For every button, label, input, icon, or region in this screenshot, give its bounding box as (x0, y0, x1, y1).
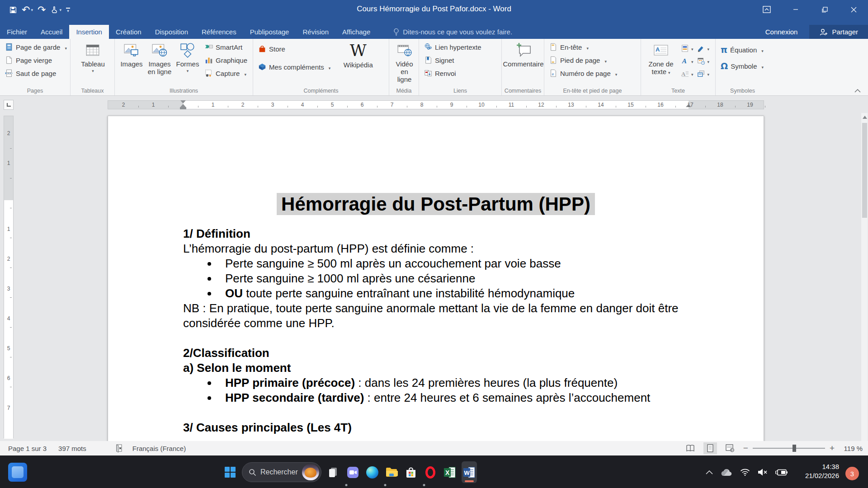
header-icon (549, 43, 557, 51)
vertical-ruler: 211234567 (4, 116, 14, 438)
en-tete-button[interactable]: En-tête (548, 41, 618, 53)
connexion-button[interactable]: Connexion (754, 28, 810, 36)
microsoft-store-button[interactable] (403, 461, 419, 483)
tab-revision[interactable]: Révision (296, 25, 335, 39)
clock[interactable]: 14:38 21/02/2026 (805, 462, 839, 480)
excel-button[interactable]: X (442, 461, 458, 483)
collapse-ribbon-button[interactable] (854, 89, 861, 93)
hidden-icons-chevron[interactable] (706, 470, 713, 474)
vertical-scrollbar[interactable] (861, 113, 868, 441)
left-indent-marker[interactable] (180, 107, 186, 109)
lettrine-button[interactable]: A (681, 68, 693, 79)
ruler-number: 5 (4, 345, 13, 352)
opera-browser-button[interactable] (423, 461, 438, 483)
scroll-up-arrow[interactable] (863, 116, 867, 119)
wifi-icon[interactable] (740, 469, 750, 476)
saut-de-page-button[interactable]: Saut de page (4, 67, 68, 79)
word-count[interactable]: 397 mots (58, 445, 86, 452)
task-view-button[interactable] (326, 461, 341, 483)
page-indicator[interactable]: Page 1 sur 3 (8, 445, 47, 452)
system-tray (706, 456, 788, 488)
chat-app-button[interactable] (345, 461, 360, 483)
wordart-button[interactable]: A (681, 56, 693, 66)
objet-button[interactable] (697, 68, 710, 79)
first-line-indent-marker[interactable] (180, 100, 186, 103)
formes-button[interactable]: Formes (175, 41, 201, 73)
document-page[interactable]: Hémorragie du Post-Partum (HPP) 1/ Défin… (108, 116, 764, 441)
widgets-icon[interactable] (8, 463, 27, 482)
tab-affichage[interactable]: Affichage (335, 25, 377, 39)
tab-selector[interactable] (4, 100, 14, 110)
group-complements: Store Mes compléments W Wikipédia Complé… (253, 39, 389, 95)
hanging-indent-marker[interactable] (180, 104, 186, 107)
images-en-ligne-button[interactable]: Images en ligne (145, 41, 175, 75)
tell-me-box[interactable]: Dites-nous ce que vous voulez faire. (393, 25, 512, 39)
running-indicator-dot (423, 484, 425, 486)
zoom-level[interactable]: 119 % (841, 445, 863, 452)
read-mode-button[interactable] (684, 442, 697, 454)
ruler-number: 7 (4, 405, 13, 411)
page-de-garde-button[interactable]: Page de garde (4, 41, 68, 53)
tab-disposition[interactable]: Disposition (148, 25, 195, 39)
ribbon-display-options-button[interactable] (752, 0, 781, 19)
maximize-button[interactable] (810, 0, 839, 19)
file-explorer-button[interactable] (384, 461, 399, 483)
store-button[interactable]: Store (257, 43, 332, 55)
page-vierge-button[interactable]: Page vierge (4, 54, 68, 66)
volume-muted-icon[interactable] (758, 469, 768, 476)
word-button[interactable]: W (462, 461, 477, 483)
symbole-button[interactable]: Ω Symbole (719, 60, 765, 72)
commentaire-button[interactable]: Commentaire (503, 41, 544, 68)
tab-accueil[interactable]: Accueil (34, 25, 69, 39)
notification-badge[interactable]: 3 (845, 467, 859, 480)
close-button[interactable] (839, 0, 868, 19)
edge-browser-button[interactable] (364, 461, 380, 483)
tableau-button[interactable]: Tableau (81, 41, 105, 73)
edit-header-button[interactable] (697, 43, 710, 54)
tab-references[interactable]: Références (195, 25, 243, 39)
web-layout-button[interactable] (723, 442, 737, 454)
renvoi-button[interactable]: Renvoi (423, 67, 483, 79)
pied-de-page-button[interactable]: Pied de page (548, 54, 618, 66)
scrollbar-thumb[interactable] (862, 123, 867, 218)
capture-button[interactable]: Capture (203, 67, 249, 79)
graphique-button[interactable]: Graphique (203, 54, 249, 66)
quickparts-button[interactable] (681, 43, 693, 54)
video-en-ligne-button[interactable]: Vidéo en ligne (393, 41, 416, 83)
images-button[interactable]: Images (118, 41, 145, 68)
wikipedia-button[interactable]: W Wikipédia (340, 41, 376, 69)
tab-fichier[interactable]: Fichier (0, 25, 34, 39)
start-button[interactable] (222, 461, 238, 483)
signet-button[interactable]: Signet (423, 54, 483, 66)
ruler-number: 5 (331, 102, 334, 108)
zoom-out-button[interactable]: − (743, 445, 748, 452)
ruler-tick (258, 106, 258, 108)
zone-de-texte-button[interactable]: A Zone de texte (645, 41, 677, 77)
onedrive-icon[interactable] (721, 469, 732, 476)
tab-insertion[interactable]: Insertion (69, 25, 109, 39)
ruler-number: 2 (241, 102, 245, 108)
search-highlight-image[interactable] (302, 464, 319, 480)
zoom-slider-thumb[interactable] (793, 445, 796, 452)
tab-publipostage[interactable]: Publipostage (243, 25, 296, 39)
battery-charging-icon[interactable] (775, 469, 788, 476)
equation-button[interactable]: π Équation (719, 44, 765, 56)
partager-button[interactable]: Partager (809, 25, 868, 39)
language-indicator[interactable]: Français (France) (132, 445, 186, 452)
proofing-status-icon[interactable] (115, 444, 124, 453)
smartart-button[interactable]: SmartArt (203, 41, 249, 53)
search-box[interactable]: Rechercher (242, 462, 321, 482)
numero-de-page-button[interactable]: # Numéro de page (548, 67, 618, 79)
tab-creation[interactable]: Création (109, 25, 148, 39)
minimize-button[interactable] (781, 0, 810, 19)
zoom-in-button[interactable]: + (830, 445, 835, 452)
ruler-number: 4 (4, 315, 13, 322)
folder-icon (385, 467, 398, 478)
mes-complements-button[interactable]: Mes compléments (257, 61, 332, 73)
print-layout-button[interactable] (703, 442, 717, 454)
ruler-tick (10, 178, 12, 178)
lien-hypertexte-button[interactable]: Lien hypertexte (423, 41, 483, 53)
zoom-slider[interactable] (753, 448, 825, 449)
shapes-icon (180, 42, 195, 58)
date-heure-button[interactable] (697, 56, 710, 66)
